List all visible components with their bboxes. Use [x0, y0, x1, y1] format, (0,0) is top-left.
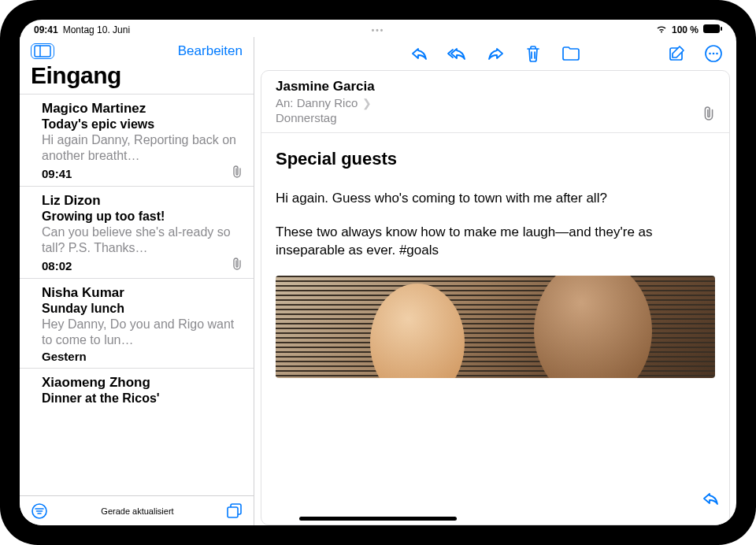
message-sender: Xiaomeng Zhong	[42, 375, 243, 391]
chevron-right-icon: ❯	[362, 97, 372, 109]
to-label: An:	[276, 96, 294, 109]
paperclip-icon	[232, 258, 243, 273]
mail-body: Special guests Hi again. Guess who's com…	[261, 133, 729, 394]
reply-all-button[interactable]	[447, 45, 468, 62]
sidebar-bottom-bar: Gerade aktualisiert	[20, 495, 254, 525]
message-subject: Dinner at the Ricos'	[42, 391, 243, 406]
paperclip-icon	[232, 165, 243, 181]
svg-rect-9	[228, 507, 238, 517]
sync-status: Gerade aktualisiert	[101, 506, 173, 516]
message-item[interactable]: Nisha Kumar Sunday lunch Hey Danny, Do y…	[20, 279, 254, 369]
svg-point-13	[713, 53, 715, 55]
move-button[interactable]	[561, 45, 581, 62]
message-sender: Magico Martinez	[42, 101, 243, 117]
svg-rect-1	[721, 27, 722, 31]
svg-point-12	[709, 53, 711, 55]
message-sender: Nisha Kumar	[42, 285, 243, 301]
to-line[interactable]: An: Danny Rico ❯	[276, 96, 375, 109]
edit-button[interactable]: Bearbeiten	[178, 43, 243, 59]
mail-subject: Special guests	[276, 149, 715, 169]
svg-rect-2	[35, 46, 50, 57]
status-bar: 09:41 Montag 10. Juni ••• 100 %	[20, 20, 736, 37]
filter-button[interactable]	[31, 502, 48, 520]
svg-rect-0	[703, 24, 720, 33]
mail-toolbar	[254, 37, 736, 70]
reply-button[interactable]	[410, 45, 430, 62]
mail-paragraph: These two always know how to make me lau…	[276, 224, 715, 260]
status-time: 09:41	[34, 24, 58, 35]
multitask-dots-icon[interactable]: •••	[372, 24, 385, 35]
mail-paragraph: Hi again. Guess who's coming to town wit…	[276, 190, 715, 208]
from-name[interactable]: Jasmine Garcia	[276, 79, 375, 95]
screen: 09:41 Montag 10. Juni ••• 100 %	[20, 20, 736, 525]
delete-button[interactable]	[523, 45, 543, 62]
message-time: 08:02	[42, 259, 72, 272]
paperclip-icon	[702, 106, 715, 124]
mail-date: Donnerstag	[276, 111, 375, 124]
forward-button[interactable]	[485, 45, 506, 62]
sidebar-toggle-button[interactable]	[31, 43, 54, 59]
battery-percent: 100 %	[672, 24, 699, 35]
message-sender: Liz Dizon	[42, 193, 243, 209]
message-preview: Can you believe she's al-ready so tall? …	[42, 224, 243, 256]
status-date: Montag 10. Juni	[63, 24, 130, 35]
message-list: Magico Martinez Today's epic views Hi ag…	[20, 94, 254, 495]
mail-pane: Jasmine Garcia An: Danny Rico ❯ Donnerst…	[254, 37, 736, 525]
to-name: Danny Rico	[297, 96, 358, 109]
message-preview: Hi again Danny, Reporting back on anothe…	[42, 132, 243, 164]
message-subject: Growing up too fast!	[42, 209, 243, 224]
message-item[interactable]: Xiaomeng Zhong Dinner at the Ricos'	[20, 369, 254, 410]
home-indicator[interactable]	[299, 517, 457, 521]
message-item[interactable]: Liz Dizon Growing up too fast! Can you b…	[20, 187, 254, 279]
message-subject: Today's epic views	[42, 117, 243, 132]
message-subject: Sunday lunch	[42, 302, 243, 316]
message-item[interactable]: Magico Martinez Today's epic views Hi ag…	[20, 94, 254, 187]
svg-point-14	[716, 53, 718, 55]
message-time: 09:41	[42, 167, 72, 180]
ipad-frame: 09:41 Montag 10. Juni ••• 100 %	[0, 0, 756, 545]
compose-button[interactable]	[667, 45, 687, 62]
message-time: Gestern	[42, 350, 87, 363]
wifi-icon	[656, 24, 667, 35]
mail-attachment-image[interactable]	[276, 276, 715, 378]
message-preview: Hey Danny, Do you and Rigo want to come …	[42, 317, 243, 348]
mailboxes-button[interactable]	[227, 503, 243, 519]
more-button[interactable]	[703, 45, 724, 62]
quick-reply-button[interactable]	[702, 491, 721, 510]
battery-icon	[703, 24, 722, 35]
inbox-title: Eingang	[20, 61, 254, 94]
inbox-sidebar: Bearbeiten Eingang Magico Martinez Today…	[20, 37, 254, 525]
message-card: Jasmine Garcia An: Danny Rico ❯ Donnerst…	[261, 70, 730, 525]
